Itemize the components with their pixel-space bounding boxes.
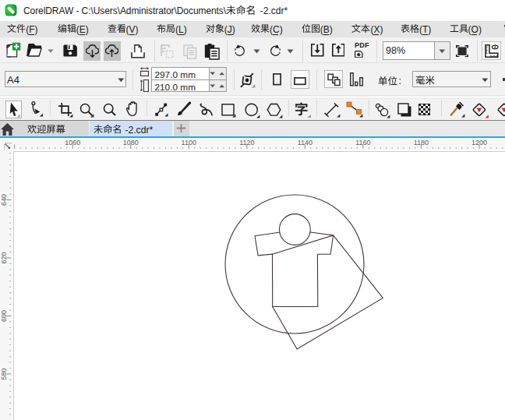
svg-text:600: 600 <box>0 310 8 322</box>
svg-text:620: 620 <box>0 252 8 263</box>
svg-text:640: 640 <box>0 194 8 206</box>
svg-text:580: 580 <box>0 368 8 379</box>
